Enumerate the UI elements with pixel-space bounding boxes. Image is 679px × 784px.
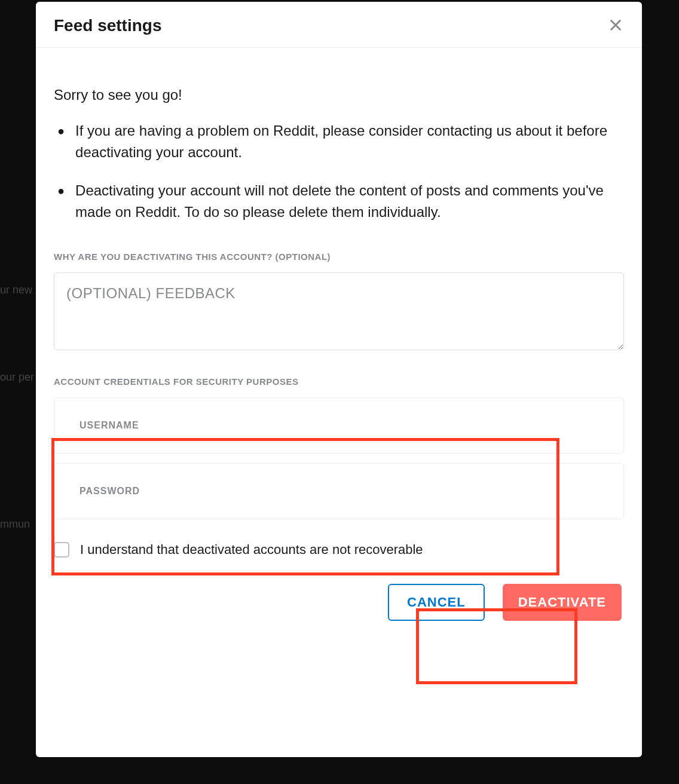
feedback-label: WHY ARE YOU DEACTIVATING THIS ACCOUNT? (…: [54, 252, 624, 262]
feed-settings-modal: Feed settings Sorry to see you go! ● If …: [36, 2, 642, 757]
username-input[interactable]: [54, 397, 624, 454]
close-button[interactable]: [607, 17, 624, 35]
modal-title: Feed settings: [54, 16, 161, 35]
bullet-text: Deactivating your account will not delet…: [75, 180, 624, 223]
info-bullet-list: ● If you are having a problem on Reddit,…: [54, 120, 624, 223]
credentials-group: [54, 397, 624, 529]
acknowledge-checkbox-row: I understand that deactivated accounts a…: [54, 542, 624, 558]
close-icon: [607, 17, 624, 35]
feedback-textarea[interactable]: [54, 272, 624, 350]
button-row: CANCEL DEACTIVATE: [54, 584, 624, 621]
deactivate-button[interactable]: DEACTIVATE: [503, 584, 622, 621]
acknowledge-label: I understand that deactivated accounts a…: [80, 542, 423, 558]
info-bullet-item: ● If you are having a problem on Reddit,…: [54, 120, 624, 163]
bullet-icon: ●: [57, 120, 65, 142]
intro-text: Sorry to see you go!: [54, 87, 624, 103]
cancel-button[interactable]: CANCEL: [388, 584, 485, 621]
info-bullet-item: ● Deactivating your account will not del…: [54, 180, 624, 223]
bullet-text: If you are having a problem on Reddit, p…: [75, 120, 624, 163]
acknowledge-checkbox[interactable]: [54, 542, 69, 558]
credentials-label: ACCOUNT CREDENTIALS FOR SECURITY PURPOSE…: [54, 376, 624, 387]
password-input[interactable]: [54, 463, 624, 519]
bullet-icon: ●: [57, 180, 65, 201]
modal-header: Feed settings: [36, 2, 642, 48]
modal-body: Sorry to see you go! ● If you are having…: [36, 48, 642, 757]
